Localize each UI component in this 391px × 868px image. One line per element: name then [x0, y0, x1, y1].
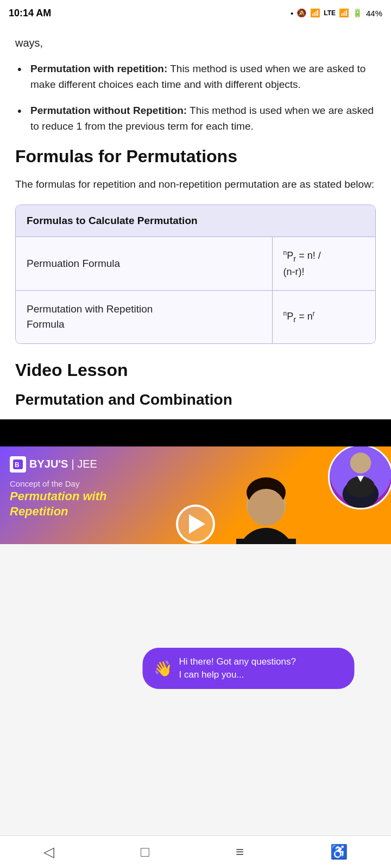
- status-time: 10:14 AM: [9, 8, 51, 19]
- accessibility-button[interactable]: ♿: [330, 844, 348, 860]
- table-header: Formulas to Calculate Permutation: [16, 205, 375, 237]
- play-button[interactable]: [176, 505, 215, 544]
- chat-bubble[interactable]: 👋 Hi there! Got any questions?I can help…: [143, 648, 355, 689]
- svg-point-9: [248, 489, 285, 526]
- dot-indicator: •: [291, 9, 293, 18]
- status-icons: • 🔕 📶 LTE 📶 🔋 44%: [291, 8, 382, 18]
- formulas-heading: Formulas for Permutations: [15, 145, 376, 168]
- table-cell-repetition-value: nPr = nr: [272, 290, 375, 343]
- signal-icon-2: 📶: [339, 8, 349, 18]
- bottom-nav: ◁ □ ≡ ♿: [0, 835, 391, 868]
- list-item-repetition: Permutation with repetition: This method…: [15, 61, 376, 93]
- home-button[interactable]: □: [141, 844, 149, 860]
- list-item-no-repetition: Permutation without Repetition: This met…: [15, 103, 376, 135]
- main-content: ways, Permutation with repetition: This …: [0, 26, 391, 419]
- instructor-avatar: [328, 446, 391, 509]
- signal-icon: 📶: [310, 8, 320, 18]
- video-thumbnail[interactable]: B BYJU'S | JEE Concept of the Day Permut…: [0, 446, 391, 544]
- chat-text: Hi there! Got any questions?I can help y…: [179, 655, 296, 681]
- svg-rect-11: [236, 539, 296, 544]
- svg-text:B: B: [15, 461, 20, 469]
- bold-repetition: Permutation with repetition:: [30, 63, 167, 74]
- byjus-logo-box: B: [10, 456, 26, 473]
- table-cell-formula-value: nPr = n! /(n-r)!: [272, 237, 375, 290]
- main-instructor: [217, 468, 315, 544]
- status-bar: 10:14 AM • 🔕 📶 LTE 📶 🔋 44%: [0, 0, 391, 26]
- battery-icon: 🔋: [352, 8, 363, 18]
- video-logo-area: B BYJU'S | JEE: [10, 456, 97, 473]
- table-row: Permutation with RepetitionFormula nPr =…: [16, 290, 375, 343]
- table-cell-repetition-name: Permutation with RepetitionFormula: [16, 290, 272, 343]
- video-subtitle: Permutation and Combination: [15, 386, 376, 409]
- jee-label: | JEE: [71, 458, 97, 470]
- video-title: Permutation withRepetition: [10, 489, 106, 520]
- concept-label: Concept of the Day: [10, 479, 79, 488]
- formula-table: Formulas to Calculate Permutation Permua…: [16, 205, 375, 343]
- wave-icon: 👋: [154, 660, 173, 678]
- table-row: Permuation Formula nPr = n! /(n-r)!: [16, 237, 375, 290]
- table-cell-formula-name: Permuation Formula: [16, 237, 272, 290]
- formula-table-wrapper: Formulas to Calculate Permutation Permua…: [15, 205, 376, 344]
- mute-icon: 🔕: [297, 8, 307, 18]
- lte-label: LTE: [324, 9, 336, 17]
- intro-text: ways,: [15, 35, 376, 51]
- byjus-label: BYJU'S: [29, 458, 68, 470]
- menu-button[interactable]: ≡: [236, 844, 244, 860]
- play-triangle-icon: [189, 514, 205, 534]
- bullet-list: Permutation with repetition: This method…: [15, 61, 376, 135]
- video-container: B BYJU'S | JEE Concept of the Day Permut…: [0, 419, 391, 544]
- battery-percent: 44%: [366, 9, 382, 18]
- video-black-bar: [0, 419, 391, 446]
- video-lesson-heading: Video Lesson: [15, 360, 376, 380]
- svg-point-3: [350, 452, 371, 474]
- bold-no-repetition: Permutation without Repetition:: [30, 105, 187, 116]
- section-intro: The formulas for repetition and non-repe…: [15, 176, 376, 192]
- back-button[interactable]: ◁: [43, 844, 54, 860]
